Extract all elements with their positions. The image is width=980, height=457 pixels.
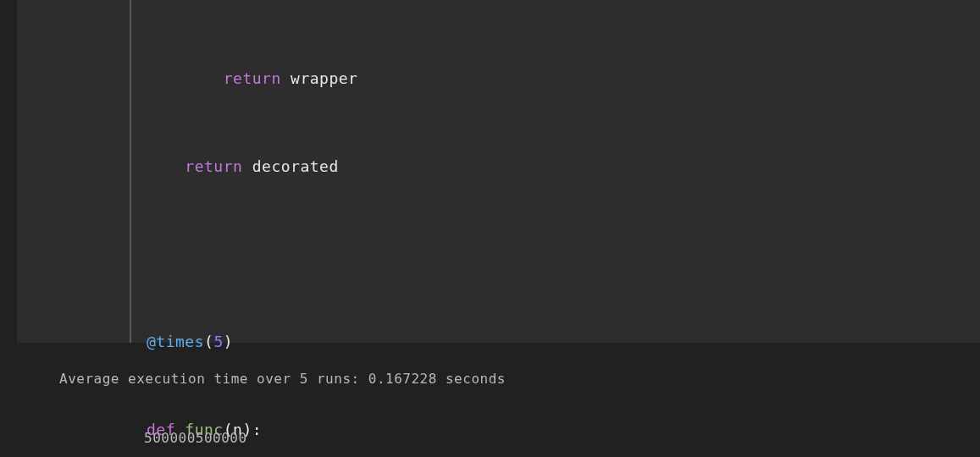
gutter <box>17 0 131 343</box>
left-margin <box>0 0 17 343</box>
code-area[interactable]: return wrapper return decorated @times(5… <box>131 0 980 343</box>
code-line: return decorated <box>147 150 980 183</box>
code-line: def func(n): <box>147 413 980 446</box>
code-editor[interactable]: return wrapper return decorated @times(5… <box>0 0 980 343</box>
code-line: return wrapper <box>147 62 980 95</box>
code-line-blank <box>147 237 980 270</box>
code-line: @times(5) <box>147 325 980 358</box>
